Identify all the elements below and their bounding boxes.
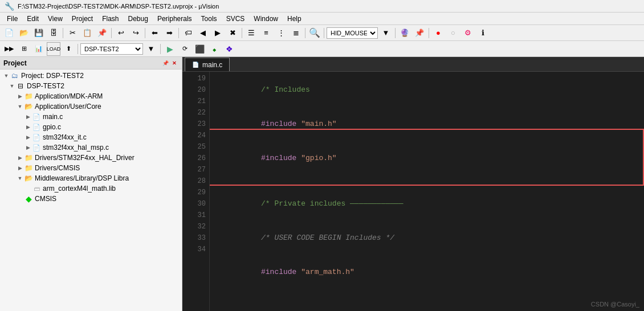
tree-item-it[interactable]: ▶ 📄 stm32f4xx_it.c — [0, 132, 182, 142]
tree-cmsis-label: CMSIS — [35, 195, 56, 203]
load-btn[interactable]: ⬆ — [62, 42, 75, 56]
tree-item-root[interactable]: ▼ 🗂 Project: DSP-TEST2 — [0, 71, 182, 81]
panel-header-icons: 📌 ✕ — [161, 59, 178, 67]
grid-btn[interactable]: ⊞ — [17, 42, 31, 56]
target-options-btn[interactable]: ▼ — [379, 26, 393, 40]
menu-project[interactable]: Project — [67, 14, 97, 24]
sep9 — [429, 28, 429, 38]
expand-hal[interactable]: ▶ — [24, 144, 32, 152]
expand-cmsis[interactable]: ▶ — [16, 195, 24, 203]
panel-close-icon[interactable]: ✕ — [170, 59, 178, 67]
expand-gpio[interactable]: ▶ — [24, 123, 32, 131]
menu-view[interactable]: View — [43, 14, 67, 24]
sep5 — [242, 28, 242, 38]
folder-drivers-hal-icon: 📁 — [24, 153, 33, 162]
expand-drivers-cmsis[interactable]: ▶ — [16, 164, 24, 172]
tab-main-c[interactable]: 📄 main.c — [185, 58, 230, 71]
tree-item-lib[interactable]: ▶ 🗃 arm_cortexM4l_math.lib — [0, 183, 182, 194]
save-all-btn[interactable]: 🗄 — [47, 26, 60, 40]
sep10 — [78, 44, 78, 54]
clear-bookmarks-btn[interactable]: ✖ — [226, 26, 239, 40]
cut-btn[interactable]: ✂ — [66, 26, 79, 40]
sep4 — [178, 28, 179, 38]
run-btn[interactable]: ▶▶ — [2, 42, 16, 56]
paste-btn[interactable]: 📌 — [95, 26, 109, 40]
unindent-btn[interactable]: ≡ — [259, 26, 273, 40]
info-btn[interactable]: ℹ — [476, 26, 490, 40]
menu-debug[interactable]: Debug — [124, 14, 153, 24]
target-combo[interactable]: HID_MOUSE_REPORT_DE — [327, 27, 378, 39]
expand-usercore[interactable]: ▼ — [16, 103, 24, 111]
expand-dsp[interactable]: ▼ — [8, 82, 16, 90]
graph-btn[interactable]: 📊 — [32, 42, 46, 56]
folder-middlewares-icon: 📂 — [24, 174, 33, 183]
tree-item-usercore[interactable]: ▼ 📂 Application/User/Core — [0, 101, 182, 112]
tree-item-main[interactable]: ▶ 📄 main.c — [0, 112, 182, 122]
menu-file[interactable]: File — [2, 14, 22, 24]
pin-btn[interactable]: 📌 — [413, 26, 426, 40]
undo-btn[interactable]: ↩ — [114, 26, 128, 40]
tree-drivers-hal-label: Drivers/STM32F4xx_HAL_Driver — [35, 154, 134, 162]
code-line-27: /* USER CODE END Includes */ — [217, 301, 644, 311]
file-it-icon: 📄 — [32, 133, 41, 142]
open-btn[interactable]: 📂 — [17, 26, 31, 40]
code-area[interactable]: 19 20 21 22 23 24 25 26 27 28 29 30 31 3… — [182, 72, 644, 311]
menu-tools[interactable]: Tools — [197, 14, 222, 24]
menu-edit[interactable]: Edit — [22, 14, 43, 24]
project-combo[interactable]: DSP-TEST2 — [80, 43, 143, 55]
bookmark-btn[interactable]: 🏷 — [181, 26, 195, 40]
hex-btn[interactable]: LOAD — [47, 42, 60, 56]
folder-drivers-cmsis-icon: 📁 — [24, 163, 33, 173]
stop-build-btn[interactable]: ⬥ — [207, 42, 221, 56]
expand-lib[interactable]: ▶ — [24, 185, 32, 193]
build-btn[interactable]: ▶ — [163, 42, 177, 56]
tree-hal-label: stm32f4xx_hal_msp.c — [43, 144, 109, 152]
forward-btn[interactable]: ➡ — [162, 26, 176, 40]
tree-item-cmsis[interactable]: ▶ ◆ CMSIS — [0, 194, 182, 204]
magic-btn[interactable]: 🔮 — [398, 26, 411, 40]
prev-bookmark-btn[interactable]: ◀ — [196, 26, 210, 40]
back-btn[interactable]: ⬅ — [148, 26, 161, 40]
panel-pin-icon[interactable]: 📌 — [161, 59, 169, 67]
menu-flash[interactable]: Flash — [97, 14, 123, 24]
stop-btn[interactable]: ● — [431, 26, 445, 40]
debug-run-btn[interactable]: ❖ — [222, 42, 236, 56]
expand-mainc[interactable]: ▶ — [24, 113, 32, 121]
settings-btn[interactable]: ⚙ — [461, 26, 475, 40]
comment-btn[interactable]: ≣ — [289, 26, 303, 40]
expand-drivers-hal[interactable]: ▶ — [16, 154, 24, 162]
find-btn[interactable]: 🔍 — [308, 26, 321, 40]
circle-btn[interactable]: ○ — [446, 26, 460, 40]
expand-mdk[interactable]: ▶ — [16, 92, 24, 100]
menu-window[interactable]: Window — [249, 14, 283, 24]
new-file-btn[interactable]: 📄 — [2, 26, 16, 40]
tree-item-drivers-hal[interactable]: ▶ 📁 Drivers/STM32F4xx_HAL_Driver — [0, 153, 182, 163]
tree-item-gpio[interactable]: ▶ 📄 gpio.c — [0, 122, 182, 132]
tree-item-middlewares[interactable]: ▼ 📂 Middlewares/Library/DSP Libra — [0, 173, 182, 183]
next-bookmark-btn[interactable]: ▶ — [211, 26, 225, 40]
save-btn[interactable]: 💾 — [32, 26, 46, 40]
tree-usercore-label: Application/User/Core — [35, 103, 101, 111]
copy-btn[interactable]: 📋 — [80, 26, 94, 40]
tree-item-drivers-cmsis[interactable]: ▶ 📁 Drivers/CMSIS — [0, 163, 182, 173]
translate-btn[interactable]: ⬛ — [193, 42, 206, 56]
rebuild-btn[interactable]: ⟳ — [178, 42, 191, 56]
tree-item-dsp[interactable]: ▼ ⊟ DSP-TEST2 — [0, 81, 182, 91]
menu-help[interactable]: Help — [283, 14, 306, 24]
project-dropdown-btn[interactable]: ▼ — [144, 42, 158, 56]
tree-item-hal[interactable]: ▶ 📄 stm32f4xx_hal_msp.c — [0, 142, 182, 153]
file-hal-icon: 📄 — [32, 143, 41, 152]
indent-btn[interactable]: ☰ — [244, 26, 258, 40]
tree-item-mdk[interactable]: ▶ 📁 Application/MDK-ARM — [0, 91, 182, 101]
menu-peripherals[interactable]: Peripherals — [153, 14, 197, 24]
expand-middlewares[interactable]: ▼ — [16, 174, 24, 182]
format-btn[interactable]: ⋮ — [274, 26, 288, 40]
menu-svcs[interactable]: SVCS — [222, 14, 250, 24]
redo-btn[interactable]: ↪ — [129, 26, 142, 40]
sep2 — [111, 28, 112, 38]
code-line-22 — [217, 175, 644, 187]
code-content[interactable]: /* Includes #include "main.h" #include "… — [210, 72, 644, 311]
file-gpio-icon: 📄 — [32, 122, 41, 132]
expand-it[interactable]: ▶ — [24, 133, 32, 141]
expand-root[interactable]: ▼ — [2, 72, 10, 80]
